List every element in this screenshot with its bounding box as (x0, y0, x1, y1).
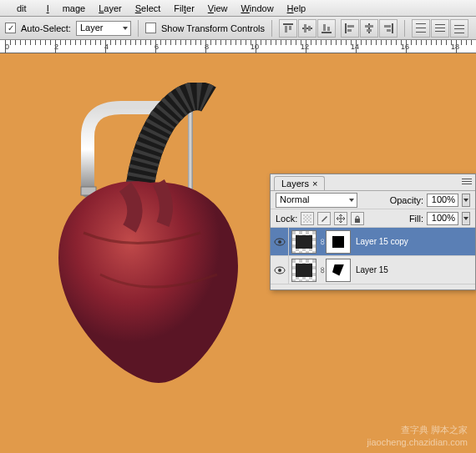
autoselect-label: Auto-Select: (21, 23, 71, 33)
menu-image[interactable]: Image (40, 1, 93, 16)
align-vcenter-button[interactable] (298, 19, 316, 38)
lock-position-button[interactable] (334, 212, 347, 225)
svg-rect-17 (387, 29, 391, 32)
link-icon: 𝟾 (319, 265, 326, 275)
svg-rect-28 (462, 179, 472, 179)
svg-rect-20 (416, 32, 426, 33)
layer-thumbnail[interactable] (291, 259, 316, 282)
layer-name-label[interactable]: Layer 15 copy (356, 237, 408, 246)
svg-rect-26 (454, 33, 464, 33)
blend-mode-dropdown[interactable]: Normal (276, 193, 357, 208)
menu-filter[interactable]: Filter (167, 1, 200, 16)
menu-view[interactable]: View (201, 1, 235, 16)
svg-rect-18 (416, 23, 426, 24)
lock-label: Lock: (276, 214, 297, 224)
lock-fill-row: Lock: Fill: 100% (271, 209, 475, 228)
menu-edit[interactable]: dit (3, 1, 40, 16)
layers-list: 𝟾 Layer 15 copy 𝟾 Layer 15 (271, 228, 475, 284)
svg-rect-4 (304, 24, 306, 33)
svg-point-38 (278, 269, 281, 272)
svg-rect-13 (365, 25, 373, 28)
svg-rect-7 (323, 24, 326, 31)
svg-point-36 (278, 240, 281, 244)
svg-rect-12 (368, 23, 370, 33)
menu-select[interactable]: Select (129, 1, 168, 16)
panel-menu-icon[interactable] (462, 178, 472, 186)
svg-rect-0 (283, 23, 293, 25)
lock-all-button[interactable] (351, 212, 364, 225)
align-left-button[interactable] (341, 19, 359, 38)
fill-label: Fill: (409, 214, 423, 224)
svg-rect-3 (302, 28, 312, 29)
svg-rect-6 (322, 32, 332, 33)
svg-rect-24 (454, 25, 464, 26)
svg-rect-31 (303, 214, 311, 223)
autoselect-checkbox[interactable] (5, 23, 16, 33)
close-icon[interactable]: × (312, 179, 317, 189)
fill-field[interactable]: 100% (427, 212, 458, 225)
heart-graphic (50, 174, 246, 387)
options-bar: Auto-Select: Layer Show Transform Contro… (0, 17, 476, 40)
layer-thumbnail[interactable] (291, 230, 316, 254)
blend-opacity-row: Normal Opacity: 100% (271, 191, 475, 209)
distribute-vcenter-button[interactable] (431, 19, 449, 38)
distribute-bottom-button[interactable] (450, 19, 468, 38)
horizontal-ruler: 0 2 4 6 8 10 12 14 16 18 (0, 40, 476, 53)
mask-thumbnail[interactable] (326, 230, 351, 254)
svg-rect-19 (416, 28, 426, 28)
svg-rect-1 (285, 26, 287, 33)
opacity-label: Opacity: (390, 195, 423, 205)
svg-rect-22 (435, 28, 445, 28)
svg-rect-14 (367, 29, 372, 32)
align-bottom-button[interactable] (317, 19, 336, 38)
link-icon: 𝟾 (319, 237, 326, 247)
svg-rect-8 (327, 27, 330, 31)
showtransform-label: Show Transform Controls (161, 23, 265, 33)
svg-rect-5 (308, 26, 311, 31)
panel-tabs: Layers× (271, 174, 475, 191)
svg-rect-34 (355, 219, 360, 223)
opacity-flyout-button[interactable] (462, 194, 470, 207)
align-group-1 (279, 19, 336, 38)
svg-rect-10 (347, 25, 354, 28)
svg-rect-30 (462, 184, 472, 184)
svg-rect-2 (289, 26, 291, 30)
opacity-field[interactable]: 100% (427, 194, 458, 207)
visibility-toggle[interactable] (271, 256, 289, 284)
mask-thumbnail[interactable] (326, 259, 351, 282)
menu-layer[interactable]: Layer (92, 1, 129, 16)
autoselect-target-dropdown[interactable]: Layer (76, 21, 131, 36)
lock-transparency-button[interactable] (301, 212, 314, 225)
watermark: 查字典 脚本之家 jiaocheng.chazidian.com (367, 424, 468, 448)
menu-window[interactable]: Window (234, 1, 280, 16)
align-hcenter-button[interactable] (360, 19, 378, 38)
svg-rect-25 (454, 28, 464, 29)
fill-flyout-button[interactable] (462, 212, 470, 225)
svg-rect-11 (347, 29, 352, 32)
distribute-top-button[interactable] (412, 19, 430, 38)
svg-rect-23 (435, 31, 445, 32)
visibility-toggle[interactable] (271, 228, 289, 256)
svg-rect-29 (462, 181, 472, 182)
align-top-button[interactable] (279, 19, 297, 38)
layer-row[interactable]: 𝟾 Layer 15 (271, 256, 475, 284)
showtransform-checkbox[interactable] (145, 23, 156, 33)
align-right-button[interactable] (379, 19, 398, 38)
menu-help[interactable]: Help (281, 1, 313, 16)
svg-rect-21 (435, 24, 445, 25)
svg-rect-9 (345, 23, 347, 33)
svg-rect-16 (384, 25, 391, 28)
tab-layers[interactable]: Layers× (274, 176, 325, 190)
layers-panel[interactable]: Layers× Normal Opacity: 100% Lock: Fill:… (270, 174, 476, 290)
layer-row[interactable]: 𝟾 Layer 15 copy (271, 228, 475, 256)
distribute-group (412, 19, 468, 38)
svg-rect-15 (392, 23, 393, 33)
menubar: dit Image Layer Select Filter View Windo… (0, 0, 476, 17)
lock-pixels-button[interactable] (317, 212, 331, 225)
align-group-2 (341, 19, 398, 38)
layer-name-label[interactable]: Layer 15 (356, 265, 388, 274)
